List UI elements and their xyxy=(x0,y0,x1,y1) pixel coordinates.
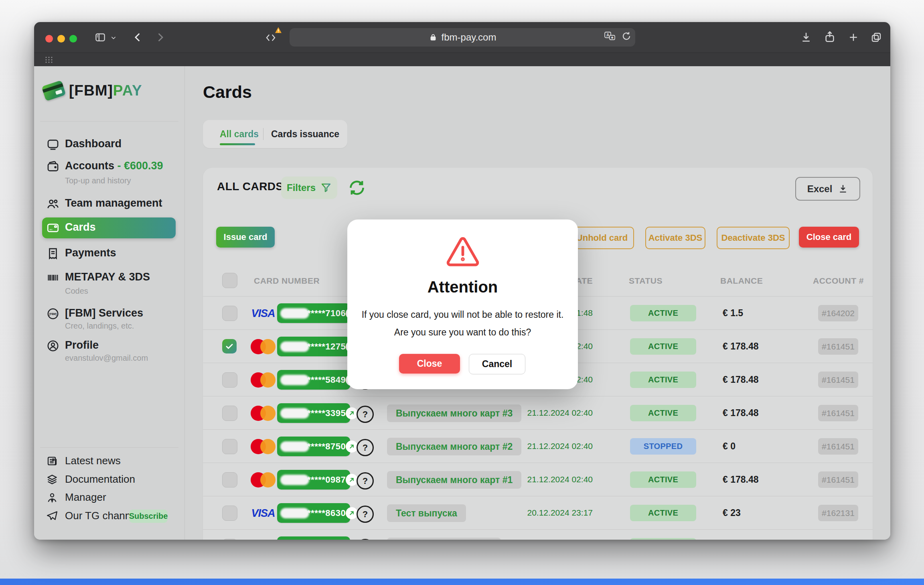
masked-digits-blur xyxy=(280,508,309,518)
svg-text:✱: ✱ xyxy=(611,36,614,40)
tab-overview-icon[interactable] xyxy=(870,31,882,43)
card-number: ******7106 xyxy=(304,308,346,319)
team-icon xyxy=(46,197,60,211)
help-icon[interactable]: ? xyxy=(357,406,374,423)
back-button[interactable] xyxy=(132,31,144,44)
subscribe-badge[interactable]: Subscribe xyxy=(129,510,168,523)
masked-digits-blur xyxy=(280,475,309,485)
card-number-pill[interactable]: ******0987 xyxy=(277,470,350,490)
open-card-icon[interactable] xyxy=(346,474,358,486)
downloads-icon[interactable] xyxy=(800,31,812,43)
svg-text:A: A xyxy=(606,33,609,37)
tab-divider xyxy=(263,128,263,140)
app-grid-icon[interactable] xyxy=(45,56,53,65)
logo-card-icon xyxy=(41,80,66,101)
card-number-pill[interactable]: ******5849 xyxy=(277,370,350,390)
row-checkbox[interactable] xyxy=(222,372,237,388)
open-card-icon[interactable] xyxy=(346,441,358,453)
account-number-pill: #161451 xyxy=(818,471,858,488)
account-number-pill: #164202 xyxy=(818,305,858,321)
card-name-pill[interactable]: Тест выпуска xyxy=(387,504,466,522)
chevron-down-icon[interactable] xyxy=(110,35,117,41)
url-text: fbm-pay.com xyxy=(442,32,496,43)
account-number-pill: #161451 xyxy=(818,405,858,421)
sidebar-item-label: Accounts - €600.39 xyxy=(65,160,163,172)
status-badge: ACTIVE xyxy=(630,538,696,540)
balance-value: € 178.48 xyxy=(723,341,759,352)
modal-close-button[interactable]: Close xyxy=(399,354,460,374)
reload-icon[interactable] xyxy=(622,31,631,43)
browser-titlebar: fbm-pay.com A✱ xyxy=(34,22,890,53)
sidebar-item-label: Profile xyxy=(65,339,99,351)
masked-digits-blur xyxy=(280,375,309,385)
card-number-pill[interactable]: ******7106 xyxy=(277,303,350,323)
share-icon[interactable] xyxy=(823,30,836,43)
sidebar-item-label: Cards xyxy=(65,221,96,234)
masked-digits-blur xyxy=(280,308,309,319)
minimize-window-button[interactable] xyxy=(57,35,65,43)
attention-modal: Attention If you close card, you will no… xyxy=(347,219,578,389)
row-checkbox[interactable] xyxy=(222,339,237,353)
sidebar-toggle-icon[interactable] xyxy=(94,31,106,43)
telegram-icon xyxy=(46,510,58,522)
barcode-icon xyxy=(46,271,60,284)
address-bar[interactable]: fbm-pay.com A✱ xyxy=(290,28,635,47)
accounts-balance: - €600.39 xyxy=(114,160,163,172)
active-item-highlight xyxy=(42,217,176,238)
sidebar-item-label: [FBM] Services xyxy=(65,307,143,319)
account-number-pill: #161451 xyxy=(818,372,858,388)
fbm-pay-logo[interactable]: [FBM] PAY xyxy=(43,82,142,99)
row-checkbox[interactable] xyxy=(222,506,237,521)
card-number: ******0987 xyxy=(304,475,346,485)
card-number-pill[interactable]: ******8750 xyxy=(277,437,350,456)
help-icon[interactable]: ? xyxy=(357,506,374,523)
card-name-pill[interactable] xyxy=(387,538,501,540)
card-number: ******8630 xyxy=(304,508,346,518)
issue-date: 21.12.2024 02:40 xyxy=(500,408,593,418)
card-icon xyxy=(46,221,60,235)
forward-button[interactable] xyxy=(154,31,166,44)
warning-triangle-icon xyxy=(445,236,480,270)
card-number-pill[interactable]: ******1275 xyxy=(277,337,350,356)
new-tab-icon[interactable] xyxy=(847,31,859,43)
fbm-circle-icon: [FBM] xyxy=(46,307,60,321)
modal-message-line1: If you close card, you will not be able … xyxy=(347,309,578,320)
sidebar-item-label: Team management xyxy=(65,197,162,209)
row-checkbox[interactable] xyxy=(222,306,237,321)
card-number: ******5849 xyxy=(304,375,346,385)
table-row: ******8750?Выпускаем много карт #221.12.… xyxy=(203,429,873,463)
card-number: ******3395 xyxy=(304,408,346,418)
news-icon xyxy=(46,455,58,467)
card-number-pill[interactable]: ******8630 xyxy=(277,503,350,523)
code-icon[interactable] xyxy=(265,32,277,44)
tab-cards-issuance[interactable]: Cards issuance xyxy=(271,120,339,148)
row-checkbox[interactable] xyxy=(222,439,237,454)
close-window-button[interactable] xyxy=(45,35,53,43)
help-icon[interactable]: ? xyxy=(357,439,374,456)
zoom-window-button[interactable] xyxy=(69,35,77,43)
wallet-icon xyxy=(46,160,60,173)
logo-bracket-text: [FBM] xyxy=(69,82,113,99)
account-number-pill: #161451 xyxy=(818,338,858,355)
tab-bar: All cards Cards issuance xyxy=(203,120,347,148)
modal-cancel-button[interactable]: Cancel xyxy=(469,354,525,374)
help-icon[interactable]: ? xyxy=(357,539,374,540)
row-checkbox[interactable] xyxy=(222,472,237,488)
page-title: Cards xyxy=(203,82,252,102)
card-number-pill[interactable] xyxy=(277,536,350,540)
sidebar-footer-label: Latest news xyxy=(65,455,121,467)
row-checkbox[interactable] xyxy=(222,539,237,540)
translate-icon[interactable]: A✱ xyxy=(604,31,616,44)
row-checkbox[interactable] xyxy=(222,406,237,421)
card-number-pill[interactable]: ******3395 xyxy=(277,403,350,423)
open-card-icon[interactable] xyxy=(346,507,358,519)
table-row: ?ACTIVE xyxy=(203,529,873,540)
dashboard-icon xyxy=(46,138,60,151)
status-badge: ACTIVE xyxy=(630,372,696,388)
sidebar-item-subtitle: evanstulov@gmail.com xyxy=(65,353,148,363)
desktop: fbm-pay.com A✱ xyxy=(0,0,924,585)
open-card-icon[interactable] xyxy=(346,407,358,419)
masked-digits-blur xyxy=(280,341,309,352)
balance-value: € 178.48 xyxy=(723,408,759,418)
help-icon[interactable]: ? xyxy=(357,472,374,490)
